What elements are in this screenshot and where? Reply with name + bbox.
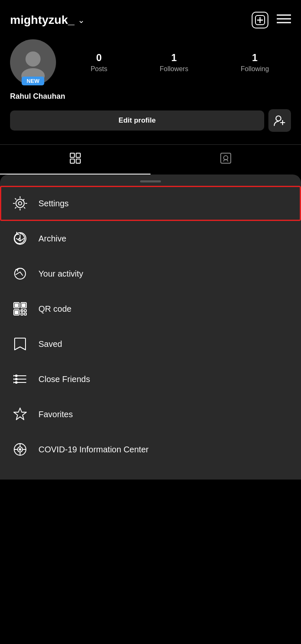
svg-rect-11 [70, 153, 74, 157]
settings-label: Settings [38, 199, 69, 208]
handle-bar [140, 180, 161, 182]
covid-label: COVID-19 Information Center [38, 445, 148, 454]
following-label: Following [241, 65, 269, 73]
tagged-icon [220, 152, 232, 167]
your-activity-icon [12, 265, 28, 282]
saved-icon [12, 336, 28, 352]
svg-rect-15 [221, 153, 231, 163]
svg-rect-26 [15, 311, 18, 314]
new-post-button[interactable] [252, 12, 268, 28]
svg-point-36 [15, 378, 18, 380]
header-left: mightyzuk_ ⌄ [10, 13, 85, 27]
hamburger-menu-button[interactable] [277, 13, 291, 27]
stats-container: 0 Posts 1 Followers 1 Following [69, 52, 291, 73]
svg-rect-24 [15, 304, 18, 307]
sheet-handle [0, 174, 301, 186]
svg-marker-39 [13, 378, 15, 380]
avatar-container: NEW [10, 39, 56, 85]
tab-bar [0, 144, 301, 174]
menu-item-settings[interactable]: Settings [0, 186, 301, 221]
svg-marker-40 [13, 382, 15, 383]
svg-rect-25 [22, 304, 25, 307]
profile-info: NEW 0 Posts 1 Followers 1 Following [10, 39, 291, 85]
svg-rect-29 [24, 310, 26, 312]
menu-item-close-friends[interactable]: Close Friends [0, 362, 301, 397]
archive-icon [12, 230, 28, 247]
qr-code-label: QR code [38, 304, 71, 314]
new-badge: NEW [22, 77, 44, 85]
following-count: 1 [252, 52, 258, 64]
menu-item-saved[interactable]: Saved [0, 326, 301, 362]
add-person-button[interactable] [268, 109, 291, 132]
qr-code-icon [12, 300, 28, 317]
favorites-icon [12, 406, 28, 423]
menu-item-favorites[interactable]: Favorites [0, 397, 301, 432]
svg-point-8 [276, 116, 281, 121]
menu-item-your-activity[interactable]: Your activity [0, 256, 301, 291]
svg-rect-30 [21, 313, 23, 315]
svg-point-18 [16, 199, 24, 208]
svg-marker-41 [14, 408, 26, 420]
header-right [252, 12, 291, 28]
stat-following[interactable]: 1 Following [241, 52, 269, 73]
svg-point-37 [15, 381, 18, 384]
tab-tagged[interactable] [150, 145, 301, 174]
menu-item-archive[interactable]: Archive [0, 221, 301, 256]
grid-icon [69, 152, 81, 167]
posts-label: Posts [91, 65, 107, 73]
covid-icon [12, 441, 28, 458]
followers-label: Followers [160, 65, 188, 73]
svg-rect-13 [70, 159, 74, 163]
close-friends-label: Close Friends [38, 375, 90, 384]
username-label[interactable]: mightyzuk_ [10, 13, 74, 27]
header: mightyzuk_ ⌄ [0, 0, 301, 35]
followers-count: 1 [171, 52, 177, 64]
svg-marker-38 [13, 375, 15, 377]
svg-point-48 [19, 449, 21, 450]
svg-rect-31 [24, 313, 26, 315]
stat-posts[interactable]: 0 Posts [91, 52, 107, 73]
settings-icon [12, 195, 28, 212]
svg-point-35 [15, 375, 18, 377]
favorites-label: Favorites [38, 410, 73, 419]
menu-item-covid[interactable]: COVID-19 Information Center [0, 432, 301, 467]
tab-grid[interactable] [0, 145, 150, 174]
stat-followers[interactable]: 1 Followers [160, 52, 188, 73]
menu-item-qr-code[interactable]: QR code [0, 291, 301, 326]
archive-label: Archive [38, 234, 66, 244]
chevron-down-icon[interactable]: ⌄ [78, 15, 85, 25]
svg-rect-14 [76, 159, 80, 163]
svg-point-17 [18, 202, 22, 205]
close-friends-icon [12, 371, 28, 387]
svg-point-6 [26, 51, 41, 67]
profile-section: NEW 0 Posts 1 Followers 1 Following Rahu… [0, 35, 301, 140]
edit-profile-button[interactable]: Edit profile [10, 110, 264, 131]
profile-name: Rahul Chauhan [10, 92, 291, 101]
profile-actions: Edit profile [10, 109, 291, 132]
posts-count: 0 [96, 52, 102, 64]
svg-rect-12 [76, 153, 80, 157]
your-activity-label: Your activity [38, 269, 83, 279]
saved-label: Saved [38, 339, 62, 349]
bottom-sheet: Settings Archive [0, 174, 301, 480]
